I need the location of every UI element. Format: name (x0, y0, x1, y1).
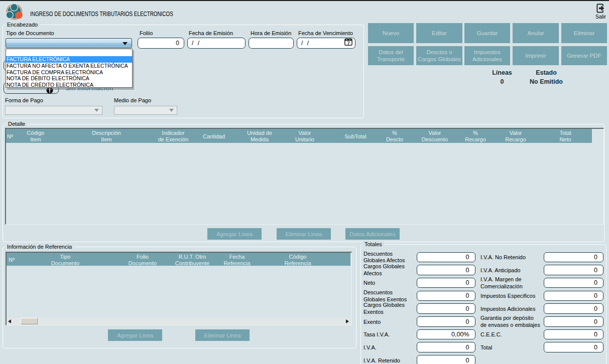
svg-text:7: 7 (347, 40, 350, 45)
